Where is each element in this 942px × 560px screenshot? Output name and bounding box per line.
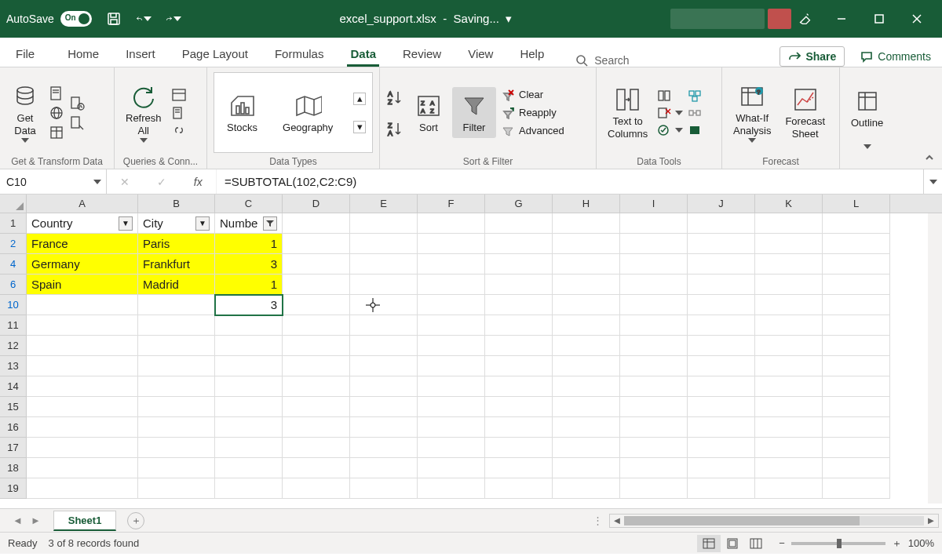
cell[interactable] [138, 356, 215, 376]
cell[interactable] [138, 376, 215, 397]
advanced-filter-button[interactable]: Advanced [501, 123, 564, 139]
tab-help[interactable]: Help [517, 41, 547, 67]
cell[interactable] [27, 336, 138, 356]
stocks-button[interactable]: Stocks [222, 90, 262, 136]
cell[interactable] [418, 315, 485, 336]
cell[interactable] [755, 234, 823, 254]
cell[interactable] [418, 336, 485, 356]
tab-file[interactable]: File [6, 41, 44, 67]
row-header[interactable]: 15 [0, 397, 27, 417]
cell[interactable] [553, 397, 620, 417]
cell[interactable] [553, 275, 620, 295]
reapply-button[interactable]: Reapply [501, 105, 564, 121]
recent-sources-icon[interactable] [69, 94, 85, 111]
cell[interactable] [688, 376, 755, 397]
cell[interactable] [27, 458, 138, 478]
cell[interactable] [620, 315, 688, 336]
row-header[interactable]: 12 [0, 336, 27, 356]
get-data-button[interactable]: Get Data [6, 81, 44, 144]
col-header-E[interactable]: E [350, 195, 418, 213]
sort-desc-icon[interactable]: ZA [386, 119, 405, 138]
cell[interactable]: France [27, 234, 138, 254]
cell[interactable] [138, 417, 215, 438]
cell[interactable] [350, 315, 418, 336]
row-header[interactable]: 16 [0, 417, 27, 438]
cell[interactable] [418, 458, 485, 478]
cell[interactable] [283, 234, 350, 254]
cell[interactable] [553, 417, 620, 438]
cell[interactable] [485, 336, 553, 356]
cell[interactable] [215, 478, 283, 499]
cell[interactable] [688, 336, 755, 356]
tab-view[interactable]: View [465, 41, 496, 67]
cell[interactable] [823, 397, 890, 417]
cell[interactable] [688, 275, 755, 295]
zoom-slider[interactable] [791, 542, 885, 545]
cell[interactable] [823, 417, 890, 438]
cell[interactable] [755, 478, 823, 499]
cell[interactable] [755, 376, 823, 397]
cell[interactable] [350, 275, 418, 295]
cell[interactable] [215, 315, 283, 336]
cell[interactable] [350, 336, 418, 356]
zoom-level[interactable]: 100% [908, 537, 934, 549]
consolidate-icon[interactable] [688, 89, 702, 103]
cell[interactable] [27, 315, 138, 336]
tab-review[interactable]: Review [400, 41, 444, 67]
cell[interactable] [27, 417, 138, 438]
cell[interactable]: 3 [215, 295, 283, 315]
formula-input[interactable]: =SUBTOTAL(102,C2:C9) [217, 169, 923, 194]
cell[interactable]: Numbe [215, 213, 283, 234]
cell[interactable] [138, 438, 215, 458]
clear-filter-button[interactable]: Clear [501, 87, 564, 103]
cell[interactable] [283, 295, 350, 315]
redo-button[interactable] [166, 11, 181, 27]
cell[interactable] [755, 275, 823, 295]
zoom-out-button[interactable]: − [779, 537, 785, 549]
cell[interactable] [620, 478, 688, 499]
cell[interactable] [215, 356, 283, 376]
vertical-scrollbar[interactable] [928, 213, 942, 504]
cell[interactable] [620, 336, 688, 356]
cell[interactable] [485, 213, 553, 234]
tab-insert[interactable]: Insert [122, 41, 159, 67]
cell[interactable] [350, 417, 418, 438]
cell[interactable] [620, 356, 688, 376]
cell[interactable] [215, 417, 283, 438]
cell[interactable] [418, 397, 485, 417]
cell[interactable] [283, 478, 350, 499]
cell[interactable] [27, 438, 138, 458]
cell[interactable] [688, 315, 755, 336]
cell[interactable] [418, 356, 485, 376]
cell[interactable]: Frankfurt [138, 254, 215, 275]
cell[interactable]: 1 [215, 275, 283, 295]
row-header[interactable]: 10 [0, 295, 27, 315]
horizontal-scrollbar[interactable]: ◄► [609, 514, 939, 528]
row-header[interactable]: 4 [0, 254, 27, 275]
cell[interactable] [485, 397, 553, 417]
cell[interactable] [215, 438, 283, 458]
tab-drag-handle[interactable]: ⋮ [593, 515, 604, 526]
cell[interactable] [283, 417, 350, 438]
cell[interactable] [553, 315, 620, 336]
what-if-button[interactable]: ? What-If Analysis [728, 81, 776, 144]
cell[interactable] [553, 458, 620, 478]
cell[interactable] [755, 295, 823, 315]
maximize-button[interactable] [860, 0, 898, 38]
cell[interactable] [350, 397, 418, 417]
sort-button[interactable]: ZAAZ Sort [410, 90, 447, 136]
cell[interactable] [823, 213, 890, 234]
cell[interactable] [485, 356, 553, 376]
cell[interactable] [823, 254, 890, 275]
cell[interactable] [553, 213, 620, 234]
cell[interactable] [485, 417, 553, 438]
cell[interactable]: City▼ [138, 213, 215, 234]
cell[interactable] [553, 478, 620, 499]
relationships-icon[interactable] [688, 106, 702, 120]
cell[interactable] [553, 295, 620, 315]
cell[interactable] [688, 295, 755, 315]
cell[interactable] [418, 438, 485, 458]
cell[interactable] [283, 336, 350, 356]
scroll-down-icon[interactable]: ▾ [353, 121, 366, 133]
properties-icon[interactable] [171, 105, 187, 121]
